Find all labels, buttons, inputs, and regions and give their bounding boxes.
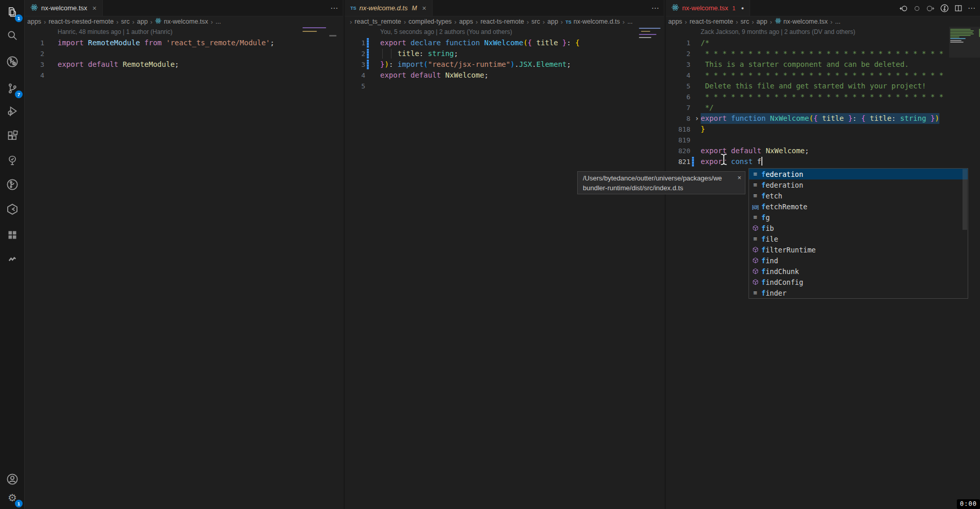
close-icon[interactable]: ×	[93, 4, 97, 12]
settings-gear-icon[interactable]: ⚙ 1	[4, 489, 21, 506]
code-line[interactable]: 6 * * * * * * * * * * * * * * * * * * * …	[666, 92, 980, 102]
more-actions-icon[interactable]: ⋯	[330, 4, 338, 13]
code-text[interactable]: export default NxWelcome;	[380, 70, 489, 81]
code-text[interactable]: export declare function NxWelcome({ titl…	[380, 38, 580, 48]
code-line[interactable]: 818}	[666, 124, 980, 135]
line-number[interactable]: 4	[666, 70, 690, 81]
run-commit-icon[interactable]	[940, 4, 949, 13]
line-number[interactable]: 4	[25, 70, 44, 81]
code-line[interactable]: 820export default NxWelcome;	[666, 146, 980, 156]
suggestion-item[interactable]: ≡federation	[749, 179, 968, 190]
search-icon[interactable]	[4, 27, 21, 44]
breadcrumb-item[interactable]: ...	[835, 18, 840, 25]
suggestion-item[interactable]: ≡file	[749, 233, 968, 244]
breadcrumb-item[interactable]: src	[741, 18, 750, 25]
more-actions-icon[interactable]: ⋯	[651, 4, 660, 13]
accounts-icon[interactable]	[4, 471, 21, 487]
breadcrumb-item[interactable]: ...	[216, 18, 221, 25]
code-text[interactable]: */	[701, 102, 714, 113]
close-icon[interactable]: ×	[422, 4, 426, 12]
code-line[interactable]: 4 * * * * * * * * * * * * * * * * * * * …	[666, 70, 980, 81]
breadcrumb-item[interactable]: apps	[27, 18, 41, 25]
code-line[interactable]: 8›export function NxWelcome({ title }: {…	[666, 113, 980, 124]
suggestion-item[interactable]: ≡fetch	[749, 190, 968, 201]
tooltip-path-line1[interactable]: /Users/bytedance/outter/universe/package…	[583, 173, 740, 183]
explorer-icon[interactable]: 1	[4, 4, 21, 21]
git-blame-codelens[interactable]: You, 5 seconds ago | 2 authors (You and …	[345, 27, 664, 38]
line-number[interactable]: 1	[345, 38, 365, 48]
suggestion-item[interactable]: filterRuntime	[749, 244, 968, 255]
nav-forward-icon[interactable]	[926, 4, 935, 13]
breadcrumb-item[interactable]: ...	[627, 18, 632, 25]
hexagon-logo-icon[interactable]	[4, 201, 21, 217]
code-text[interactable]: Delete this file and get started with yo…	[701, 81, 926, 92]
line-number[interactable]: 1	[25, 38, 44, 48]
code-text[interactable]: export const f	[701, 156, 762, 167]
code-line[interactable]: 2 title: string;	[345, 48, 664, 59]
more-actions-icon[interactable]: ⋯	[968, 4, 976, 13]
line-number[interactable]: 8›	[666, 113, 690, 124]
code-line[interactable]: 5 Delete this file and get started with …	[666, 81, 980, 92]
suggestion-item[interactable]: ≡finder	[749, 287, 968, 298]
code-text[interactable]: * * * * * * * * * * * * * * * * * * * * …	[701, 48, 943, 59]
tab-nx-welcome-tsx-right[interactable]: nx-welcome.tsx 1 ●	[666, 0, 750, 16]
zigzag-icon[interactable]	[4, 251, 21, 267]
line-number[interactable]: 3	[666, 59, 690, 70]
code-line[interactable]: 7 */	[666, 102, 980, 113]
nav-circle-icon[interactable]	[913, 5, 921, 12]
suggestion-item[interactable]: find	[749, 255, 968, 266]
code-text[interactable]: }): import("react/jsx-runtime").JSX.Elem…	[380, 59, 571, 70]
app-grid-icon[interactable]	[4, 227, 21, 243]
split-editor-icon[interactable]	[954, 4, 963, 12]
minimap[interactable]	[949, 27, 980, 58]
line-number[interactable]: 5	[666, 81, 690, 92]
fold-chevron-icon[interactable]: ›	[695, 113, 699, 124]
breadcrumb-item[interactable]: react-ts-remote	[480, 18, 524, 25]
circled-commit-icon[interactable]	[4, 176, 21, 193]
line-number[interactable]: 3	[345, 59, 365, 70]
nav-back-icon[interactable]	[899, 4, 908, 13]
breadcrumb-item[interactable]: app	[547, 18, 558, 25]
extensions-icon[interactable]	[4, 128, 21, 144]
breadcrumb-item[interactable]: react-ts-remote	[689, 18, 733, 25]
code-line[interactable]: 3export default RemoteModule;	[25, 59, 343, 70]
code-text[interactable]: }	[701, 124, 705, 135]
run-and-debug-icon[interactable]	[4, 103, 21, 119]
dirty-dot-icon[interactable]: ●	[741, 6, 744, 11]
line-number[interactable]: 4	[345, 70, 365, 81]
line-number[interactable]: 2	[25, 48, 44, 59]
line-number[interactable]: 3	[25, 59, 44, 70]
editor-left[interactable]: Hanric, 48 minutes ago | 1 author (Hanri…	[25, 27, 343, 81]
line-number[interactable]: 819	[666, 135, 690, 146]
line-number[interactable]: 818	[666, 124, 690, 135]
editor-middle[interactable]: You, 5 seconds ago | 2 authors (You and …	[345, 27, 664, 92]
code-text[interactable]: This is a starter component and can be d…	[701, 59, 909, 70]
breadcrumb-item[interactable]: compiled-types	[408, 18, 452, 25]
code-line[interactable]: 2	[25, 48, 343, 59]
breadcrumb-item[interactable]: react-ts-nested-remote	[48, 18, 113, 25]
breadcrumb-item[interactable]: TSnx-welcome.d.ts	[565, 18, 620, 25]
dropdown-scrollbar[interactable]	[963, 169, 967, 230]
source-control-icon[interactable]: 7	[4, 80, 21, 97]
code-line[interactable]: 821export const f	[666, 156, 980, 167]
code-line[interactable]: 3}): import("react/jsx-runtime").JSX.Ele…	[345, 59, 664, 70]
line-number[interactable]: 5	[345, 81, 365, 92]
code-text[interactable]: * * * * * * * * * * * * * * * * * * * * …	[701, 92, 943, 102]
code-text[interactable]: /*	[701, 38, 709, 48]
code-text[interactable]: export default RemoteModule;	[58, 59, 179, 70]
code-text[interactable]: export default NxWelcome;	[701, 146, 809, 156]
circled-branch-icon[interactable]	[4, 53, 21, 70]
suggestion-item[interactable]: ≡fg	[749, 212, 968, 223]
code-line[interactable]: 4export default NxWelcome;	[345, 70, 664, 81]
breadcrumb-item[interactable]: apps	[668, 18, 682, 25]
code-line[interactable]: 819	[666, 135, 980, 146]
suggestion-item[interactable]: findConfig	[749, 277, 968, 287]
line-number[interactable]: 820	[666, 146, 690, 156]
line-number[interactable]: 7	[666, 102, 690, 113]
code-text[interactable]: export function NxWelcome({ title }: { t…	[701, 113, 939, 124]
git-blame-codelens[interactable]: Zack Jackson, 9 months ago | 2 authors (…	[666, 27, 980, 38]
code-text[interactable]: title: string;	[380, 48, 458, 59]
code-line[interactable]: 4	[25, 70, 343, 81]
breadcrumb-item[interactable]: src	[531, 18, 540, 25]
tree-icon[interactable]	[4, 152, 21, 169]
